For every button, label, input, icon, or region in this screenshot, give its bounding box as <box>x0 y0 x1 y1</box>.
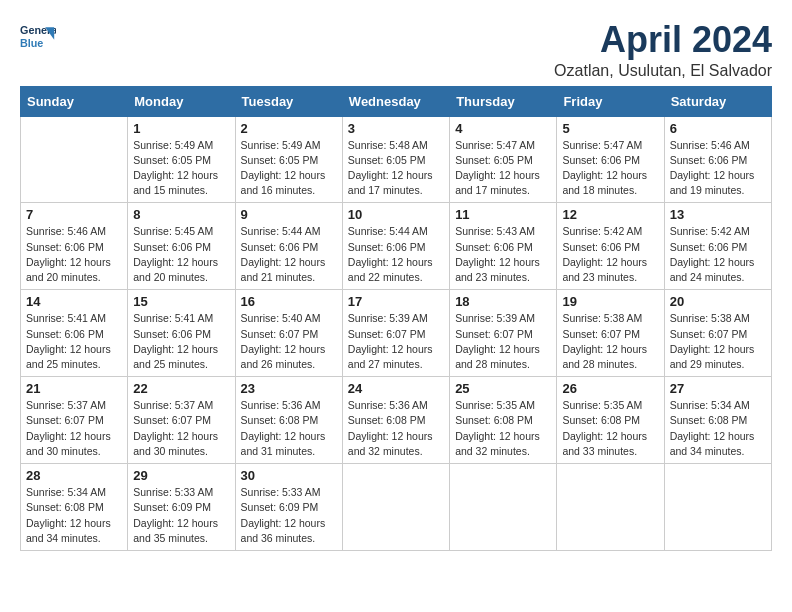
day-number: 14 <box>26 294 122 309</box>
calendar-cell: 5Sunrise: 5:47 AM Sunset: 6:06 PM Daylig… <box>557 116 664 203</box>
week-row-3: 14Sunrise: 5:41 AM Sunset: 6:06 PM Dayli… <box>21 290 772 377</box>
day-number: 21 <box>26 381 122 396</box>
day-info: Sunrise: 5:41 AM Sunset: 6:06 PM Dayligh… <box>133 311 229 372</box>
day-info: Sunrise: 5:33 AM Sunset: 6:09 PM Dayligh… <box>133 485 229 546</box>
day-info: Sunrise: 5:34 AM Sunset: 6:08 PM Dayligh… <box>670 398 766 459</box>
day-info: Sunrise: 5:42 AM Sunset: 6:06 PM Dayligh… <box>670 224 766 285</box>
calendar-cell: 1Sunrise: 5:49 AM Sunset: 6:05 PM Daylig… <box>128 116 235 203</box>
day-number: 6 <box>670 121 766 136</box>
day-number: 10 <box>348 207 444 222</box>
day-info: Sunrise: 5:44 AM Sunset: 6:06 PM Dayligh… <box>241 224 337 285</box>
week-row-4: 21Sunrise: 5:37 AM Sunset: 6:07 PM Dayli… <box>21 377 772 464</box>
svg-text:Blue: Blue <box>20 37 43 49</box>
day-number: 18 <box>455 294 551 309</box>
calendar-table: SundayMondayTuesdayWednesdayThursdayFrid… <box>20 86 772 551</box>
day-number: 22 <box>133 381 229 396</box>
calendar-cell: 18Sunrise: 5:39 AM Sunset: 6:07 PM Dayli… <box>450 290 557 377</box>
calendar-cell: 29Sunrise: 5:33 AM Sunset: 6:09 PM Dayli… <box>128 464 235 551</box>
calendar-cell <box>557 464 664 551</box>
calendar-title: April 2024 <box>554 20 772 60</box>
day-number: 29 <box>133 468 229 483</box>
logo: General Blue <box>20 20 56 56</box>
day-number: 5 <box>562 121 658 136</box>
day-info: Sunrise: 5:40 AM Sunset: 6:07 PM Dayligh… <box>241 311 337 372</box>
day-info: Sunrise: 5:38 AM Sunset: 6:07 PM Dayligh… <box>670 311 766 372</box>
week-row-5: 28Sunrise: 5:34 AM Sunset: 6:08 PM Dayli… <box>21 464 772 551</box>
day-info: Sunrise: 5:35 AM Sunset: 6:08 PM Dayligh… <box>455 398 551 459</box>
day-number: 27 <box>670 381 766 396</box>
calendar-cell: 26Sunrise: 5:35 AM Sunset: 6:08 PM Dayli… <box>557 377 664 464</box>
day-info: Sunrise: 5:47 AM Sunset: 6:06 PM Dayligh… <box>562 138 658 199</box>
day-number: 24 <box>348 381 444 396</box>
weekday-header-wednesday: Wednesday <box>342 86 449 116</box>
week-row-2: 7Sunrise: 5:46 AM Sunset: 6:06 PM Daylig… <box>21 203 772 290</box>
calendar-cell: 16Sunrise: 5:40 AM Sunset: 6:07 PM Dayli… <box>235 290 342 377</box>
day-info: Sunrise: 5:44 AM Sunset: 6:06 PM Dayligh… <box>348 224 444 285</box>
day-info: Sunrise: 5:45 AM Sunset: 6:06 PM Dayligh… <box>133 224 229 285</box>
day-info: Sunrise: 5:41 AM Sunset: 6:06 PM Dayligh… <box>26 311 122 372</box>
calendar-cell <box>21 116 128 203</box>
day-number: 2 <box>241 121 337 136</box>
day-info: Sunrise: 5:38 AM Sunset: 6:07 PM Dayligh… <box>562 311 658 372</box>
weekday-header-friday: Friday <box>557 86 664 116</box>
day-number: 1 <box>133 121 229 136</box>
weekday-header-saturday: Saturday <box>664 86 771 116</box>
week-row-1: 1Sunrise: 5:49 AM Sunset: 6:05 PM Daylig… <box>21 116 772 203</box>
day-number: 12 <box>562 207 658 222</box>
day-number: 30 <box>241 468 337 483</box>
day-info: Sunrise: 5:47 AM Sunset: 6:05 PM Dayligh… <box>455 138 551 199</box>
calendar-cell: 25Sunrise: 5:35 AM Sunset: 6:08 PM Dayli… <box>450 377 557 464</box>
calendar-cell: 12Sunrise: 5:42 AM Sunset: 6:06 PM Dayli… <box>557 203 664 290</box>
calendar-cell: 11Sunrise: 5:43 AM Sunset: 6:06 PM Dayli… <box>450 203 557 290</box>
calendar-cell: 20Sunrise: 5:38 AM Sunset: 6:07 PM Dayli… <box>664 290 771 377</box>
page-header: General Blue April 2024 Ozatlan, Usuluta… <box>20 20 772 80</box>
day-number: 11 <box>455 207 551 222</box>
calendar-cell: 2Sunrise: 5:49 AM Sunset: 6:05 PM Daylig… <box>235 116 342 203</box>
day-info: Sunrise: 5:37 AM Sunset: 6:07 PM Dayligh… <box>26 398 122 459</box>
day-info: Sunrise: 5:43 AM Sunset: 6:06 PM Dayligh… <box>455 224 551 285</box>
calendar-cell: 17Sunrise: 5:39 AM Sunset: 6:07 PM Dayli… <box>342 290 449 377</box>
calendar-cell: 6Sunrise: 5:46 AM Sunset: 6:06 PM Daylig… <box>664 116 771 203</box>
day-info: Sunrise: 5:34 AM Sunset: 6:08 PM Dayligh… <box>26 485 122 546</box>
day-number: 9 <box>241 207 337 222</box>
calendar-body: 1Sunrise: 5:49 AM Sunset: 6:05 PM Daylig… <box>21 116 772 550</box>
day-info: Sunrise: 5:49 AM Sunset: 6:05 PM Dayligh… <box>241 138 337 199</box>
day-info: Sunrise: 5:49 AM Sunset: 6:05 PM Dayligh… <box>133 138 229 199</box>
calendar-cell: 9Sunrise: 5:44 AM Sunset: 6:06 PM Daylig… <box>235 203 342 290</box>
day-info: Sunrise: 5:36 AM Sunset: 6:08 PM Dayligh… <box>241 398 337 459</box>
day-number: 4 <box>455 121 551 136</box>
day-info: Sunrise: 5:46 AM Sunset: 6:06 PM Dayligh… <box>670 138 766 199</box>
day-info: Sunrise: 5:46 AM Sunset: 6:06 PM Dayligh… <box>26 224 122 285</box>
calendar-cell: 28Sunrise: 5:34 AM Sunset: 6:08 PM Dayli… <box>21 464 128 551</box>
day-number: 15 <box>133 294 229 309</box>
calendar-cell: 19Sunrise: 5:38 AM Sunset: 6:07 PM Dayli… <box>557 290 664 377</box>
weekday-header-monday: Monday <box>128 86 235 116</box>
day-number: 3 <box>348 121 444 136</box>
day-number: 25 <box>455 381 551 396</box>
logo-icon: General Blue <box>20 20 56 56</box>
day-number: 16 <box>241 294 337 309</box>
calendar-cell: 13Sunrise: 5:42 AM Sunset: 6:06 PM Dayli… <box>664 203 771 290</box>
calendar-cell <box>664 464 771 551</box>
calendar-cell: 14Sunrise: 5:41 AM Sunset: 6:06 PM Dayli… <box>21 290 128 377</box>
title-block: April 2024 Ozatlan, Usulutan, El Salvado… <box>554 20 772 80</box>
calendar-cell: 7Sunrise: 5:46 AM Sunset: 6:06 PM Daylig… <box>21 203 128 290</box>
day-info: Sunrise: 5:35 AM Sunset: 6:08 PM Dayligh… <box>562 398 658 459</box>
calendar-cell: 15Sunrise: 5:41 AM Sunset: 6:06 PM Dayli… <box>128 290 235 377</box>
weekday-header-thursday: Thursday <box>450 86 557 116</box>
calendar-cell: 30Sunrise: 5:33 AM Sunset: 6:09 PM Dayli… <box>235 464 342 551</box>
day-info: Sunrise: 5:42 AM Sunset: 6:06 PM Dayligh… <box>562 224 658 285</box>
calendar-cell: 8Sunrise: 5:45 AM Sunset: 6:06 PM Daylig… <box>128 203 235 290</box>
calendar-cell: 4Sunrise: 5:47 AM Sunset: 6:05 PM Daylig… <box>450 116 557 203</box>
day-number: 23 <box>241 381 337 396</box>
calendar-cell <box>342 464 449 551</box>
day-number: 20 <box>670 294 766 309</box>
day-number: 26 <box>562 381 658 396</box>
day-info: Sunrise: 5:37 AM Sunset: 6:07 PM Dayligh… <box>133 398 229 459</box>
weekday-header-tuesday: Tuesday <box>235 86 342 116</box>
day-info: Sunrise: 5:39 AM Sunset: 6:07 PM Dayligh… <box>348 311 444 372</box>
calendar-cell: 22Sunrise: 5:37 AM Sunset: 6:07 PM Dayli… <box>128 377 235 464</box>
calendar-cell <box>450 464 557 551</box>
calendar-cell: 23Sunrise: 5:36 AM Sunset: 6:08 PM Dayli… <box>235 377 342 464</box>
calendar-cell: 10Sunrise: 5:44 AM Sunset: 6:06 PM Dayli… <box>342 203 449 290</box>
